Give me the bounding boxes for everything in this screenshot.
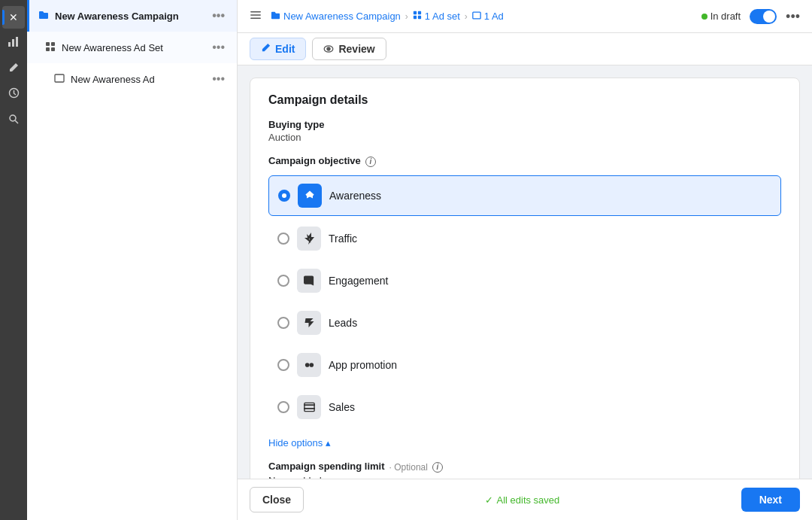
objective-info-icon[interactable]: i — [365, 157, 376, 167]
buying-type-value: Auction — [268, 132, 781, 143]
spending-info-icon[interactable]: i — [432, 462, 443, 473]
optional-text: · Optional — [389, 462, 428, 473]
objective-engagement[interactable]: Engagement — [268, 261, 781, 300]
radio-app-promotion — [277, 359, 289, 371]
ad-icon — [54, 74, 65, 85]
campaign-details-card: Campaign details Buying type Auction Cam… — [250, 78, 800, 479]
objective-group: Campaign objective i Awareness — [268, 155, 781, 449]
review-button[interactable]: Review — [312, 38, 386, 60]
breadcrumb-ad[interactable]: 1 Ad — [472, 11, 504, 22]
spending-label-row: Campaign spending limit · Optional i — [268, 461, 781, 473]
svg-point-4 — [10, 115, 16, 121]
sales-label: Sales — [329, 401, 355, 413]
buying-type-label: Buying type — [268, 119, 781, 130]
nav-item-adset-more[interactable]: ••• — [209, 39, 228, 56]
svg-rect-9 — [51, 47, 55, 51]
objective-awareness[interactable]: Awareness — [268, 175, 781, 216]
leads-icon-box — [297, 311, 321, 335]
radio-awareness — [278, 190, 290, 202]
breadcrumb-ad-label: 1 Ad — [484, 11, 504, 22]
nav-item-ad[interactable]: New Awareness Ad ••• — [27, 63, 237, 95]
breadcrumb: New Awareness Campaign › 1 Ad set › 1 Ad — [271, 11, 701, 23]
svg-rect-1 — [12, 39, 14, 47]
svg-rect-11 — [250, 11, 261, 13]
svg-rect-23 — [304, 404, 315, 406]
adset-breadcrumb-icon — [413, 11, 422, 22]
objective-traffic[interactable]: Traffic — [268, 219, 781, 258]
sidebar-icon-panel: ✕ — [0, 0, 27, 520]
chart-icon-btn[interactable] — [2, 32, 25, 54]
sidebar-toggle-btn[interactable] — [250, 9, 262, 24]
svg-rect-10 — [55, 75, 64, 82]
search-icon-btn[interactable] — [2, 108, 25, 131]
close-button[interactable]: Close — [250, 487, 304, 512]
svg-rect-7 — [51, 42, 55, 46]
draft-toggle[interactable] — [750, 9, 777, 24]
folder-breadcrumb-icon — [271, 11, 280, 23]
bottom-bar: Close ✓ All edits saved Next — [238, 479, 812, 520]
pencil-icon — [8, 62, 19, 75]
svg-rect-24 — [304, 408, 315, 409]
breadcrumb-adset[interactable]: 1 Ad set — [413, 11, 460, 22]
svg-rect-6 — [46, 42, 50, 46]
objective-app-promotion[interactable]: App promotion — [268, 345, 781, 385]
svg-rect-18 — [473, 12, 480, 19]
nav-item-adset[interactable]: New Awareness Ad Set ••• — [27, 32, 237, 63]
breadcrumb-adset-label: 1 Ad set — [425, 11, 460, 22]
scroll-area: Campaign details Buying type Auction Cam… — [238, 65, 812, 479]
review-eye-icon — [323, 43, 334, 55]
svg-rect-15 — [418, 11, 421, 14]
breadcrumb-sep-2: › — [465, 11, 468, 22]
objective-label-row: Campaign objective i — [268, 155, 781, 168]
objective-sales[interactable]: Sales — [268, 388, 781, 427]
engagement-label: Engagement — [329, 275, 388, 287]
breadcrumb-campaign[interactable]: New Awareness Campaign — [271, 11, 401, 23]
svg-rect-8 — [46, 47, 50, 51]
edit-icon-btn[interactable] — [2, 57, 25, 80]
hide-options-link[interactable]: Hide options ▴ — [268, 437, 331, 449]
nav-item-campaign[interactable]: New Awareness Campaign ••• — [27, 0, 237, 32]
campaign-details-title: Campaign details — [268, 93, 781, 107]
edit-pencil-icon — [261, 43, 271, 55]
sales-icon-box — [297, 395, 321, 419]
nav-item-ad-label: New Awareness Ad — [71, 74, 209, 85]
top-bar-right: In draft ••• — [701, 9, 800, 24]
clock-icon — [8, 87, 20, 101]
svg-rect-16 — [414, 16, 417, 19]
more-options-btn[interactable]: ••• — [786, 10, 800, 23]
adset-icon — [45, 41, 56, 54]
svg-line-5 — [15, 120, 18, 123]
awareness-icon-box — [298, 184, 322, 208]
nav-item-campaign-more[interactable]: ••• — [209, 8, 228, 24]
chart-icon — [8, 36, 20, 50]
svg-point-20 — [327, 47, 330, 50]
radio-engagement — [277, 275, 289, 287]
checkmark-icon: ✓ — [485, 494, 493, 506]
svg-rect-13 — [250, 17, 261, 19]
edit-button[interactable]: Edit — [250, 38, 306, 60]
folder-icon — [38, 10, 49, 23]
engagement-icon-box — [297, 269, 321, 293]
traffic-label: Traffic — [329, 233, 357, 245]
clock-icon-btn[interactable] — [2, 83, 25, 105]
objective-label: Campaign objective — [268, 155, 361, 166]
awareness-label: Awareness — [329, 190, 381, 202]
main-content: New Awareness Campaign › 1 Ad set › 1 Ad… — [238, 0, 812, 520]
draft-badge: In draft — [701, 11, 741, 22]
next-button[interactable]: Next — [741, 488, 800, 512]
breadcrumb-sep-1: › — [405, 11, 408, 22]
magnifier-icon — [8, 114, 19, 126]
nav-item-adset-label: New Awareness Ad Set — [62, 42, 209, 53]
svg-rect-14 — [414, 11, 417, 14]
action-bar: Edit Review — [238, 33, 812, 65]
radio-sales — [277, 401, 289, 413]
saved-status: ✓ All edits saved — [485, 494, 559, 506]
objective-leads[interactable]: Leads — [268, 303, 781, 342]
close-icon-btn[interactable]: ✕ — [2, 6, 25, 29]
traffic-icon-box — [297, 227, 321, 251]
svg-rect-2 — [16, 37, 18, 47]
leads-label: Leads — [329, 317, 357, 329]
svg-rect-12 — [250, 14, 261, 16]
spending-limit-group: Campaign spending limit · Optional i Non… — [268, 461, 781, 479]
nav-item-ad-more[interactable]: ••• — [209, 71, 228, 87]
